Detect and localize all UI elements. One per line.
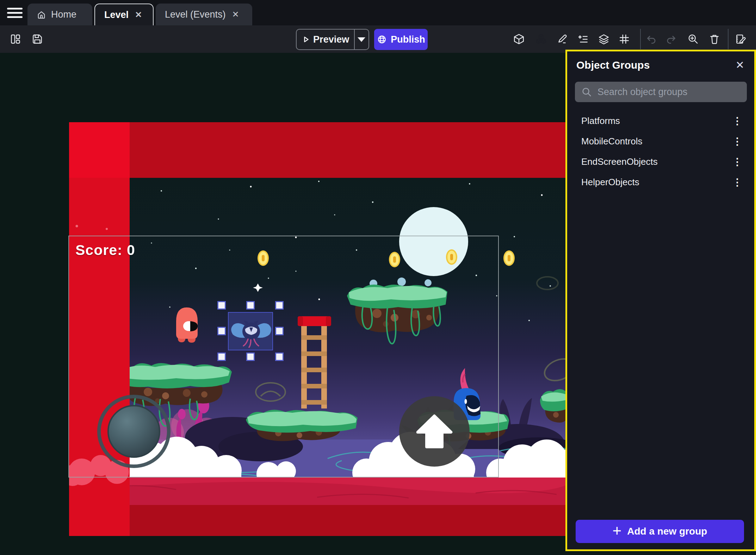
- publish-label: Publish: [391, 34, 425, 45]
- selection-handle-nw[interactable]: [217, 301, 226, 310]
- preview-options-button[interactable]: [355, 37, 368, 42]
- close-tab-icon[interactable]: ✕: [231, 9, 241, 20]
- delete-icon[interactable]: [708, 33, 720, 45]
- preview-label: Preview: [313, 34, 349, 45]
- main-menu-icon[interactable]: [7, 8, 23, 18]
- grid-icon[interactable]: [618, 33, 630, 45]
- search-icon: [581, 87, 592, 97]
- up-arrow-icon: [415, 412, 454, 451]
- selection-handle-sw[interactable]: [217, 353, 226, 361]
- jump-button[interactable]: [399, 396, 470, 467]
- play-icon: [302, 34, 310, 45]
- kebab-menu-icon[interactable]: ⋮: [730, 135, 745, 148]
- tab-level-events[interactable]: Level (Events) ✕: [156, 4, 252, 25]
- tab-level[interactable]: Level ✕: [94, 4, 154, 25]
- selection-handle-n[interactable]: [246, 301, 255, 310]
- group-name: MobileControls: [581, 136, 642, 147]
- tab-label: Home: [51, 9, 76, 20]
- virtual-joystick[interactable]: [97, 395, 171, 468]
- add-group-label: Add a new group: [627, 526, 707, 537]
- object-group-list: Platforms ⋮ MobileControls ⋮ EndScreenOb…: [567, 111, 754, 192]
- toggle-panels-icon[interactable]: [10, 33, 21, 45]
- divider: [728, 29, 729, 49]
- group-row-mobilecontrols[interactable]: MobileControls ⋮: [567, 131, 754, 151]
- add-group-button[interactable]: + Add a new group: [576, 520, 744, 543]
- selection-rectangle[interactable]: [228, 312, 273, 350]
- score-text: Score: 0: [75, 242, 135, 258]
- group-row-platforms[interactable]: Platforms ⋮: [567, 111, 754, 131]
- save-icon[interactable]: [31, 33, 43, 45]
- selection-handle-ne[interactable]: [275, 301, 284, 310]
- tab-label: Level: [104, 10, 129, 20]
- panel-title: Object Groups: [576, 59, 650, 71]
- redo-icon[interactable]: [665, 33, 677, 45]
- tab-label: Level (Events): [165, 9, 226, 20]
- globe-icon: [377, 34, 387, 45]
- object-groups-panel: Object Groups ✕ Platforms ⋮ MobileContro…: [565, 50, 756, 551]
- publish-button[interactable]: Publish: [374, 29, 428, 50]
- search-box[interactable]: [575, 82, 747, 102]
- edit-scene-icon[interactable]: [556, 33, 568, 45]
- divider: [640, 29, 641, 49]
- zoom-in-icon[interactable]: [687, 33, 699, 45]
- group-name: Platforms: [581, 116, 620, 126]
- selection-handle-e[interactable]: [275, 327, 284, 335]
- chevron-down-icon: [358, 37, 365, 42]
- tab-home[interactable]: Home: [27, 4, 92, 25]
- group-row-endscreenobjects[interactable]: EndScreenObjects ⋮: [567, 151, 754, 172]
- kebab-menu-icon[interactable]: ⋮: [730, 176, 745, 189]
- close-panel-icon[interactable]: ✕: [733, 59, 746, 71]
- kebab-menu-icon[interactable]: ⋮: [730, 114, 745, 127]
- group-row-helperobjects[interactable]: HelperObjects ⋮: [567, 172, 754, 192]
- instances-list-icon[interactable]: [577, 33, 589, 45]
- kebab-menu-icon[interactable]: ⋮: [730, 155, 745, 168]
- app-window: Home Level ✕ Level (Events) ✕ Preview Pu…: [0, 0, 756, 555]
- layers-icon[interactable]: [598, 33, 610, 45]
- selection-handle-s[interactable]: [246, 353, 255, 361]
- group-name: HelperObjects: [581, 177, 639, 188]
- selection-handle-se[interactable]: [275, 353, 284, 361]
- search-input[interactable]: [597, 86, 747, 98]
- joystick-knob[interactable]: [107, 405, 160, 458]
- editor-toolbar: Preview Publish: [0, 25, 756, 53]
- selection-handle-w[interactable]: [217, 327, 226, 335]
- undo-icon[interactable]: [645, 33, 657, 45]
- tab-bar: Home Level ✕ Level (Events) ✕: [0, 0, 756, 25]
- objects-list-icon[interactable]: [513, 33, 525, 45]
- group-name: EndScreenObjects: [581, 156, 658, 167]
- home-icon: [37, 10, 46, 19]
- preview-button[interactable]: Preview: [296, 29, 369, 50]
- edit-properties-icon[interactable]: [735, 33, 747, 45]
- close-tab-icon[interactable]: ✕: [134, 9, 143, 20]
- object-groups-icon[interactable]: [535, 33, 547, 45]
